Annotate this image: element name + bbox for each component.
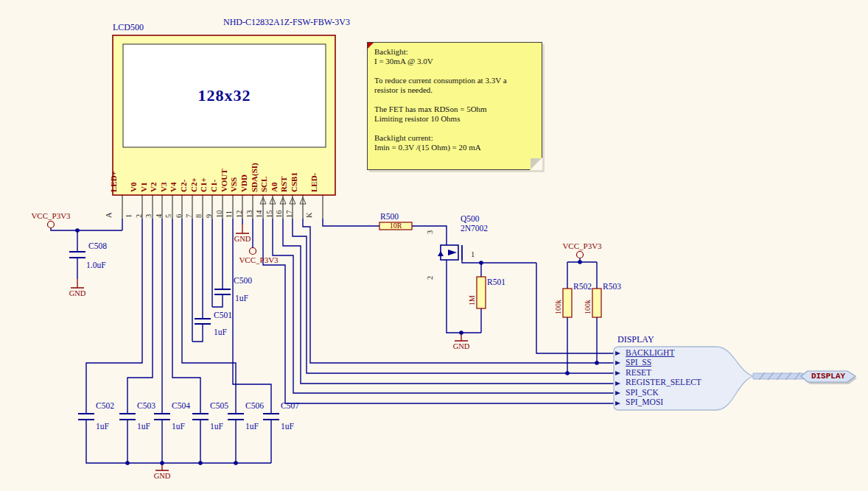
refdes-c500[interactable]: C500 bbox=[234, 276, 252, 285]
refdes-c502[interactable]: C502 bbox=[96, 401, 114, 410]
refdes-c501[interactable]: C501 bbox=[214, 311, 232, 319]
lcd-refdes[interactable]: LCD500 bbox=[113, 23, 144, 32]
pin-name: V3 bbox=[159, 183, 168, 192]
capacitor-c502[interactable] bbox=[78, 414, 94, 420]
refdes-r503[interactable]: R503 bbox=[603, 282, 621, 291]
pin-number: 1 bbox=[125, 214, 133, 218]
resistor-r501[interactable] bbox=[477, 277, 486, 308]
pin-number: K bbox=[305, 212, 314, 218]
vcc-label[interactable]: VCC_P3V3 bbox=[562, 241, 601, 250]
harness-entry-spi-ss[interactable]: SPI_SS bbox=[626, 358, 651, 367]
harness-entry-reset[interactable]: RESET bbox=[626, 368, 651, 377]
refdes-c503[interactable]: C503 bbox=[137, 401, 155, 410]
harness-entry-spi-sck[interactable]: SPI_SCK bbox=[626, 388, 659, 397]
q500-pin-source: 2 bbox=[426, 276, 435, 280]
vcc-port-icon[interactable] bbox=[577, 252, 584, 258]
capacitor-c507[interactable] bbox=[263, 414, 279, 420]
pin-number: 5 bbox=[164, 214, 173, 218]
value-r500[interactable]: 10R bbox=[379, 222, 412, 230]
harness-entry-register-select[interactable]: REGISTER_SELECT bbox=[626, 378, 701, 386]
gnd-icon[interactable] bbox=[236, 225, 249, 233]
harness-entry-spi-mosi[interactable]: SPI_MOSI bbox=[626, 398, 663, 406]
refdes-q500[interactable]: Q500 bbox=[461, 214, 480, 223]
pin-number: 17 bbox=[285, 211, 294, 219]
harness-cable[interactable] bbox=[753, 372, 803, 380]
harness-title[interactable]: DISPLAY bbox=[617, 335, 654, 344]
pin-name: VOUT bbox=[220, 169, 228, 192]
pin-number: 13 bbox=[245, 211, 254, 219]
note-corner-marker-icon bbox=[368, 43, 374, 49]
mosfet-arrow-icon bbox=[448, 250, 457, 255]
gnd-label[interactable]: GND bbox=[453, 342, 470, 351]
value-c506[interactable]: 1uF bbox=[245, 422, 259, 431]
value-c503[interactable]: 1uF bbox=[137, 422, 150, 431]
refdes-c504[interactable]: C504 bbox=[172, 401, 190, 410]
wire-c2-pump[interactable] bbox=[192, 219, 203, 342]
junction-dot bbox=[234, 461, 238, 465]
refdes-r501[interactable]: R501 bbox=[487, 278, 505, 286]
wire-v1[interactable] bbox=[127, 219, 153, 414]
resistor-r502[interactable] bbox=[563, 289, 572, 317]
refdes-r502[interactable]: R502 bbox=[573, 282, 592, 291]
capacitor-c500[interactable] bbox=[214, 289, 231, 294]
schematic-note[interactable]: Backlight: I = 30mA @ 3.0V To reduce cur… bbox=[367, 42, 542, 170]
pin-name: RST bbox=[279, 177, 288, 192]
value-c505[interactable]: 1uF bbox=[210, 422, 223, 431]
lcd-part-number[interactable]: NHD-C12832A1Z-FSW-FBW-3V3 bbox=[223, 18, 350, 27]
pin-number: 12 bbox=[235, 211, 244, 219]
value-c504[interactable]: 1uF bbox=[172, 422, 185, 431]
note-text: Backlight: I = 30mA @ 3.0V To reduce cur… bbox=[374, 47, 537, 152]
refdes-c505[interactable]: C505 bbox=[210, 401, 228, 410]
value-r503[interactable]: 100k bbox=[584, 300, 592, 314]
capacitor-c505[interactable] bbox=[192, 414, 209, 420]
part-q500[interactable]: 2N7002 bbox=[461, 224, 488, 233]
value-c500[interactable]: 1uF bbox=[235, 294, 248, 303]
mosfet-diode-arrow-icon bbox=[438, 251, 444, 256]
wire-vcc-leda[interactable] bbox=[51, 219, 122, 252]
gnd-label[interactable]: GND bbox=[69, 289, 86, 298]
q500-pin-drain: 3 bbox=[426, 230, 435, 234]
gnd-label[interactable]: GND bbox=[234, 235, 251, 244]
pin-name: A0 bbox=[270, 183, 279, 192]
lcd-screen-text: 128x32 bbox=[123, 44, 326, 147]
value-c508[interactable]: 1.0uF bbox=[86, 261, 106, 269]
junction-dot bbox=[459, 331, 463, 335]
value-c502[interactable]: 1uF bbox=[96, 422, 109, 431]
capacitor-c503[interactable] bbox=[119, 414, 136, 420]
resistors bbox=[379, 222, 601, 317]
value-c501[interactable]: 1uF bbox=[214, 328, 227, 336]
pin-name: C2- bbox=[179, 180, 188, 192]
pin-name: V1 bbox=[139, 183, 148, 192]
refdes-c508[interactable]: C508 bbox=[88, 241, 107, 250]
pin-name: C2+ bbox=[189, 177, 198, 192]
pin-name: LED+ bbox=[109, 171, 118, 192]
display-connector-label[interactable]: DISPLAY bbox=[806, 372, 850, 381]
vcc-port-icon[interactable] bbox=[48, 222, 55, 228]
pin-number: 14 bbox=[255, 211, 264, 219]
wire-v3[interactable] bbox=[172, 219, 200, 414]
refdes-c507[interactable]: C507 bbox=[281, 401, 299, 410]
vcc-label[interactable]: VCC_P3V3 bbox=[239, 255, 278, 264]
value-r502[interactable]: 100k bbox=[554, 300, 563, 314]
capacitor-c508[interactable] bbox=[69, 252, 85, 258]
capacitor-c504[interactable] bbox=[154, 414, 170, 420]
vcc-label[interactable]: VCC_P3V3 bbox=[31, 211, 70, 220]
gnd-label[interactable]: GND bbox=[154, 472, 171, 481]
value-r501[interactable]: 1M bbox=[468, 295, 477, 305]
pin-number: 10 bbox=[215, 211, 224, 219]
junction-dot bbox=[198, 461, 203, 465]
mosfet-q500[interactable] bbox=[438, 245, 462, 260]
refdes-r500[interactable]: R500 bbox=[380, 212, 399, 221]
harness-entry-backlight[interactable]: BACKLIGHT bbox=[626, 348, 674, 357]
capacitor-c506[interactable] bbox=[228, 414, 244, 420]
refdes-c506[interactable]: C506 bbox=[245, 401, 264, 410]
vcc-port-icon[interactable] bbox=[250, 248, 256, 255]
value-c507[interactable]: 1uF bbox=[281, 422, 294, 431]
pin-number: 3 bbox=[144, 214, 153, 218]
resistor-r503[interactable] bbox=[592, 289, 601, 317]
capacitor-c501[interactable] bbox=[195, 319, 211, 324]
pin-name: C1- bbox=[209, 180, 218, 192]
pin-number: 9 bbox=[205, 214, 214, 218]
pin-name: VSS bbox=[229, 177, 238, 192]
gnd-icon[interactable] bbox=[71, 279, 84, 288]
